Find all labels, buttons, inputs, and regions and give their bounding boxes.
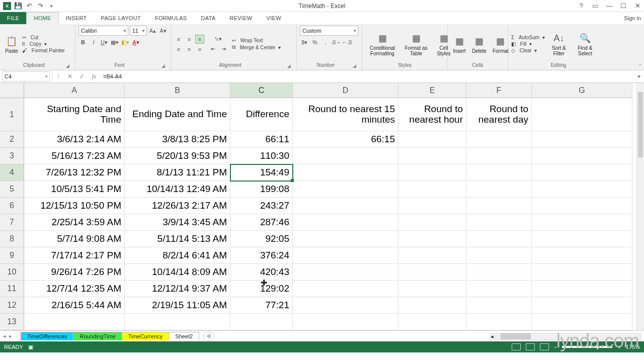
col-header-G[interactable]: G (532, 83, 632, 98)
expand-formula-icon[interactable]: ▾ (634, 73, 644, 80)
increase-decimal-icon[interactable]: .0→ (332, 38, 341, 47)
cell-C1[interactable]: Difference (230, 98, 293, 131)
select-all-corner[interactable] (0, 83, 24, 98)
cell-A12[interactable]: 2/16/15 5:44 AM (24, 297, 125, 314)
autosum-button[interactable]: Σ AutoSum ▾ (511, 35, 545, 40)
find-select-button[interactable]: 🔍Find & Select (573, 26, 597, 62)
cond-format-button[interactable]: ▦Conditional Formatting (365, 26, 399, 62)
row-header-3[interactable]: 3 (0, 148, 24, 164)
cell-G7[interactable] (532, 214, 632, 231)
cell-D6[interactable] (293, 198, 398, 214)
save-icon[interactable]: 💾 (14, 2, 22, 10)
tab-file[interactable]: FILE (0, 12, 26, 24)
bold-button[interactable]: B (78, 38, 88, 47)
cell-D10[interactable] (293, 264, 398, 281)
font-color-button[interactable]: A▾ (131, 38, 140, 47)
cell-C3[interactable]: 110:30 (230, 148, 293, 164)
qat-more-icon[interactable]: ▾ (47, 2, 55, 10)
cell-A5[interactable]: 10/5/13 5:41 PM (24, 181, 125, 198)
cell-C10[interactable]: 420:43 (230, 264, 293, 281)
row-header-1[interactable]: 1 (0, 98, 24, 131)
cell-F8[interactable] (466, 231, 532, 247)
cell-F5[interactable] (466, 181, 532, 198)
cell-E13[interactable] (398, 314, 466, 330)
cell-D9[interactable] (293, 247, 398, 264)
cell-E12[interactable] (398, 297, 466, 314)
font-name-combo[interactable]: Calibri (78, 26, 128, 36)
enter-formula-icon[interactable]: ✓ (76, 71, 88, 81)
cell-F1[interactable]: Round to nearest day (466, 98, 532, 131)
cell-E4[interactable] (398, 164, 466, 181)
cell-G11[interactable] (532, 281, 632, 297)
orientation-icon[interactable]: ⤡▾ (214, 35, 223, 44)
merge-center-button[interactable]: ⧉ Merge & Center ▾ (232, 44, 281, 50)
row-header-9[interactable]: 9 (0, 247, 24, 264)
cell-F10[interactable] (466, 264, 532, 281)
sign-in-link[interactable]: Sign in (624, 15, 641, 21)
formula-input[interactable]: =B4-A4 (100, 73, 634, 79)
cell-A9[interactable]: 7/17/14 2:17 PM (24, 247, 125, 264)
row-header-10[interactable]: 10 (0, 264, 24, 281)
macro-record-icon[interactable]: ▣ (28, 344, 33, 350)
percent-icon[interactable]: % (310, 38, 319, 47)
cell-G1[interactable] (532, 98, 632, 131)
cell-C4[interactable]: 154:49 (230, 164, 293, 181)
spreadsheet-grid[interactable]: ABCDEFG1Starting Date and TimeEnding Dat… (0, 83, 644, 330)
next-sheet-icon[interactable]: ▸ (9, 333, 12, 339)
cell-E5[interactable] (398, 181, 466, 198)
cell-B4[interactable]: 8/1/13 11:21 PM (125, 164, 230, 181)
tab-insert[interactable]: INSERT (59, 12, 94, 24)
row-header-13[interactable]: 13 (0, 314, 24, 330)
tab-data[interactable]: DATA (194, 12, 222, 24)
cell-E9[interactable] (398, 247, 466, 264)
tab-formulas[interactable]: FORMULAS (148, 12, 194, 24)
cell-F7[interactable] (466, 214, 532, 231)
cell-F2[interactable] (466, 131, 532, 148)
increase-indent-icon[interactable]: ⇥ (219, 45, 228, 54)
cell-A11[interactable]: 12/7/14 12:35 AM (24, 281, 125, 297)
sort-filter-button[interactable]: A↓Sort & Filter (547, 26, 571, 62)
decrease-decimal-icon[interactable]: ←.0 (342, 38, 351, 47)
decrease-indent-icon[interactable]: ⇤ (208, 45, 217, 54)
cell-E6[interactable] (398, 198, 466, 214)
cell-B1[interactable]: Ending Date and Time (125, 98, 230, 131)
row-header-12[interactable]: 12 (0, 297, 24, 314)
cell-D4[interactable] (293, 164, 398, 181)
fill-button[interactable]: ◧ Fill ▾ (511, 41, 532, 47)
cell-B9[interactable]: 8/2/14 6:41 AM (125, 247, 230, 264)
format-table-button[interactable]: ▦Format as Table (401, 26, 431, 62)
cell-A7[interactable]: 2/25/14 3:59 AM (24, 214, 125, 231)
cell-G8[interactable] (532, 231, 632, 247)
tab-review[interactable]: REVIEW (222, 12, 259, 24)
col-header-C[interactable]: C (230, 83, 293, 98)
format-cells-button[interactable]: ▦Format (491, 26, 511, 62)
close-icon[interactable]: ✕ (633, 2, 642, 10)
tab-pagelayout[interactable]: PAGE LAYOUT (94, 12, 148, 24)
undo-icon[interactable]: ↶ (25, 2, 33, 10)
cell-F12[interactable] (466, 297, 532, 314)
cell-E3[interactable] (398, 148, 466, 164)
cell-B2[interactable]: 3/8/13 8:25 PM (125, 131, 230, 148)
zoom-in-icon[interactable]: + (617, 344, 620, 350)
cell-A3[interactable]: 5/16/13 7:23 AM (24, 148, 125, 164)
redo-icon[interactable]: ↷ (36, 2, 44, 10)
number-format-combo[interactable]: Custom (300, 26, 358, 36)
col-header-B[interactable]: B (125, 83, 230, 98)
cell-C5[interactable]: 199:08 (230, 181, 293, 198)
cell-G3[interactable] (532, 148, 632, 164)
cell-D5[interactable] (293, 181, 398, 198)
cell-F9[interactable] (466, 247, 532, 264)
sheet-tab-timecurrency[interactable]: TimeCurrency (122, 332, 170, 340)
cell-C12[interactable]: 77:21 (230, 297, 293, 314)
collapse-ribbon-icon[interactable]: ⌃ (638, 63, 642, 69)
row-header-6[interactable]: 6 (0, 198, 24, 214)
align-right-icon[interactable]: ≡ (195, 45, 204, 54)
cell-A8[interactable]: 5/7/14 9:08 AM (24, 231, 125, 247)
sheet-tab-roundingtime[interactable]: RoundingTime (73, 332, 122, 340)
name-box[interactable]: C4 (2, 71, 50, 81)
cell-A6[interactable]: 12/15/13 10:50 PM (24, 198, 125, 214)
cell-A10[interactable]: 9/26/14 7:26 PM (24, 264, 125, 281)
fill-color-button[interactable]: ◧▾ (121, 38, 130, 47)
cell-B10[interactable]: 10/14/14 8:09 AM (125, 264, 230, 281)
cell-C7[interactable]: 287:46 (230, 214, 293, 231)
